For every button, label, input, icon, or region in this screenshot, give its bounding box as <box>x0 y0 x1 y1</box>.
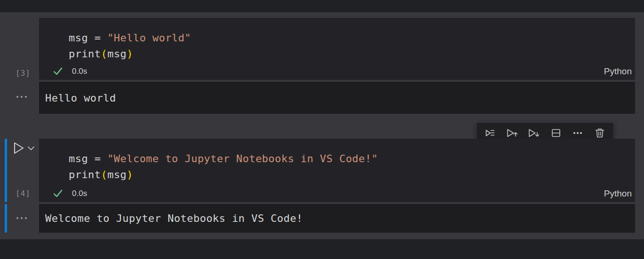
selected-cell-indicator <box>5 139 7 202</box>
execution-count: [3] <box>16 69 31 78</box>
top-band <box>0 0 644 12</box>
code-line: msg = "Welcome to Jupyter Notebooks in V… <box>69 151 635 167</box>
execution-duration: 0.0s <box>72 67 87 76</box>
output-more-actions-icon[interactable] <box>16 215 28 221</box>
cell-2-status-bar: 0.0s Python <box>39 186 635 201</box>
notebook-cell-1: msg = "Hello world"print(msg) 0.0s Pytho… <box>39 18 635 80</box>
code-editor-cell-1[interactable]: msg = "Hello world"print(msg) <box>39 18 635 62</box>
run-cell-button[interactable] <box>11 140 26 156</box>
execution-duration: 0.0s <box>72 189 87 198</box>
bottom-band <box>0 239 644 259</box>
notebook-editor: msg = "Hello world"print(msg) 0.0s Pytho… <box>0 0 644 259</box>
cell-1-output: Hello world <box>39 82 635 114</box>
code-line: print(msg) <box>69 46 635 62</box>
cell-2-output: Welcome to Jupyter Notebooks in VS Code! <box>39 204 635 233</box>
success-check-icon <box>52 66 64 77</box>
notebook-cell-2: msg = "Welcome to Jupyter Notebooks in V… <box>39 139 635 202</box>
success-check-icon <box>52 188 64 199</box>
execution-count: [4] <box>16 189 31 198</box>
output-more-actions-icon[interactable] <box>16 94 28 100</box>
output-text: Hello world <box>39 82 635 114</box>
run-options-chevron-icon[interactable] <box>26 144 36 153</box>
cell-language-picker[interactable]: Python <box>604 188 632 199</box>
code-line: print(msg) <box>69 167 635 183</box>
cell-1-status-bar: 0.0s Python <box>39 64 635 79</box>
selected-cell-indicator <box>5 204 7 233</box>
cell-language-picker[interactable]: Python <box>604 66 632 77</box>
code-editor-cell-2[interactable]: msg = "Welcome to Jupyter Notebooks in V… <box>39 139 635 183</box>
code-line: msg = "Hello world" <box>69 30 635 46</box>
output-text: Welcome to Jupyter Notebooks in VS Code! <box>39 204 635 233</box>
